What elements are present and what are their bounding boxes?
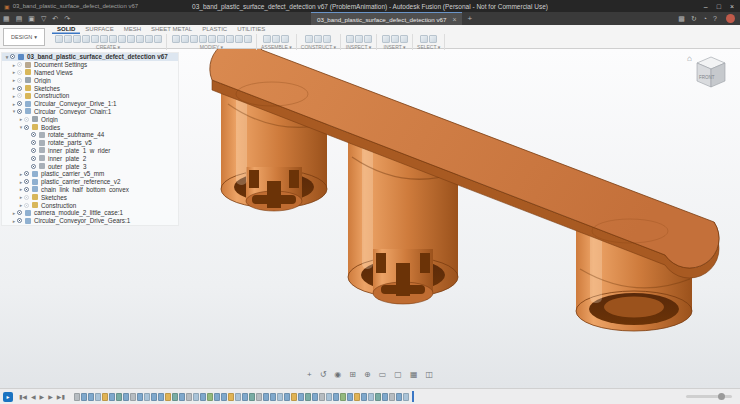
timeline-feature-7[interactable] — [116, 393, 122, 401]
timeline-feature-47[interactable] — [396, 393, 402, 401]
timeline-feature-39[interactable] — [340, 393, 346, 401]
timeline-feature-34[interactable] — [305, 393, 311, 401]
fillet-icon[interactable] — [181, 35, 189, 43]
chamfer-icon[interactable] — [190, 35, 198, 43]
timeline-feature-46[interactable] — [389, 393, 395, 401]
extensions-icon[interactable]: ▩ — [678, 12, 685, 25]
shell-icon[interactable] — [199, 35, 207, 43]
extrude-icon[interactable] — [73, 35, 81, 43]
joint-icon[interactable] — [272, 35, 280, 43]
create-sketch-icon[interactable] — [64, 35, 72, 43]
timeline-feature-28[interactable] — [263, 393, 269, 401]
timeline-play-icon[interactable]: ▶ — [40, 393, 45, 400]
visibility-eye-icon[interactable] — [31, 148, 36, 153]
visibility-eye-icon[interactable] — [24, 171, 29, 176]
pattern-icon[interactable] — [136, 35, 144, 43]
notifications-icon[interactable]: ◔ — [703, 12, 707, 25]
timeline-step-forward-icon[interactable]: ▶ — [48, 393, 53, 400]
timeline-feature-18[interactable] — [193, 393, 199, 401]
ribbon-group-label[interactable]: MODIFY ▾ — [200, 44, 223, 50]
interference-icon[interactable] — [355, 35, 363, 43]
visibility-eye-icon[interactable] — [24, 179, 29, 184]
visibility-eye-icon[interactable] — [24, 125, 29, 130]
zoom-icon[interactable]: ⊕ — [364, 370, 371, 380]
timeline-feature-8[interactable] — [123, 393, 129, 401]
split-body-icon[interactable] — [244, 35, 252, 43]
visibility-eye-icon[interactable] — [17, 86, 22, 91]
mirror-icon[interactable] — [145, 35, 153, 43]
timeline-feature-5[interactable] — [102, 393, 108, 401]
create-form-icon[interactable] — [154, 35, 162, 43]
timeline-feature-14[interactable] — [165, 393, 171, 401]
browser-item[interactable]: rotate_subframe_44 — [2, 131, 178, 139]
application-menu-icon[interactable]: ▦ — [3, 12, 10, 25]
visibility-eye-icon[interactable] — [24, 195, 29, 200]
point-icon[interactable] — [323, 35, 331, 43]
fit-icon[interactable]: ▭ — [379, 370, 387, 380]
ribbon-tab-utilities[interactable]: UTILITIES — [232, 25, 270, 34]
ribbon-tab-sheet-metal[interactable]: SHEET METAL — [146, 25, 197, 34]
new-tab-button[interactable]: + — [467, 14, 472, 23]
timeline-zoom-slider[interactable] — [686, 395, 732, 398]
new-component-icon[interactable] — [55, 35, 63, 43]
display-settings-icon[interactable]: ▢ — [394, 370, 402, 380]
timeline-feature-2[interactable] — [81, 393, 87, 401]
visibility-eye-icon[interactable] — [17, 101, 22, 106]
user-avatar[interactable] — [726, 14, 735, 23]
timeline-end-icon[interactable]: ▶▮ — [57, 393, 65, 400]
timeline-feature-36[interactable] — [319, 393, 325, 401]
job-status-badge[interactable]: ▸ — [3, 392, 13, 402]
browser-item[interactable]: ▸Sketches — [2, 193, 178, 201]
ribbon-group-label[interactable]: INSPECT ▾ — [346, 44, 371, 50]
undo-icon[interactable]: ↶ — [52, 12, 58, 25]
timeline-feature-21[interactable] — [214, 393, 220, 401]
timeline-feature-1[interactable] — [74, 393, 80, 401]
viewports-icon[interactable]: ◫ — [425, 370, 433, 380]
browser-panel[interactable]: ▾03_band_plastic_surface_defect_detectio… — [1, 52, 179, 226]
visibility-eye-icon[interactable] — [31, 164, 36, 169]
zoom-window-icon[interactable]: ⊞ — [349, 370, 356, 380]
timeline-feature-13[interactable] — [158, 393, 164, 401]
document-tab[interactable]: 03_band_plastic_surface_defect_detection… — [311, 12, 462, 25]
draft-icon[interactable] — [208, 35, 216, 43]
loft-icon[interactable] — [100, 35, 108, 43]
timeline-feature-26[interactable] — [249, 393, 255, 401]
browser-item[interactable]: outer_plate_3 — [2, 162, 178, 170]
browser-item[interactable]: ▸Circular_Conveyor_Drive_1:1 — [2, 100, 178, 108]
section-analysis-icon[interactable] — [364, 35, 372, 43]
orbit-icon[interactable]: ↺ — [320, 370, 327, 380]
maximize-button[interactable]: □ — [717, 3, 721, 10]
visibility-eye-icon[interactable] — [24, 187, 29, 192]
timeline-feature-11[interactable] — [144, 393, 150, 401]
timeline-feature-33[interactable] — [298, 393, 304, 401]
timeline-feature-17[interactable] — [186, 393, 192, 401]
file-menu-icon[interactable]: ▣ — [28, 12, 35, 25]
home-icon[interactable]: ⌂ — [687, 54, 692, 63]
data-panel-icon[interactable]: ▤ — [16, 12, 23, 25]
timeline-feature-45[interactable] — [382, 393, 388, 401]
timeline-feature-32[interactable] — [291, 393, 297, 401]
timeline-feature-20[interactable] — [207, 393, 213, 401]
help-icon[interactable]: ? — [713, 12, 717, 25]
browser-item[interactable]: ▾Circular_Conveyor_Chain:1 — [2, 108, 178, 116]
timeline-feature-16[interactable] — [179, 393, 185, 401]
browser-item[interactable]: inner_plate_1_w_rider — [2, 147, 178, 155]
tab-close-icon[interactable]: × — [452, 16, 456, 23]
timeline-feature-31[interactable] — [284, 393, 290, 401]
visibility-eye-icon[interactable] — [17, 62, 22, 67]
browser-item[interactable]: ▸Named Views — [2, 69, 178, 77]
timeline-feature-23[interactable] — [228, 393, 234, 401]
timeline-feature-3[interactable] — [88, 393, 94, 401]
browser-item[interactable]: ▸Document Settings — [2, 61, 178, 69]
browser-item[interactable]: ▸Construction — [2, 201, 178, 209]
visibility-eye-icon[interactable] — [17, 93, 22, 98]
offset-plane-icon[interactable] — [305, 35, 313, 43]
close-button[interactable]: × — [730, 3, 734, 10]
rigid-group-icon[interactable] — [281, 35, 289, 43]
timeline-feature-9[interactable] — [130, 393, 136, 401]
redo-icon[interactable]: ↷ — [64, 12, 70, 25]
scale-icon[interactable] — [217, 35, 225, 43]
timeline-feature-41[interactable] — [354, 393, 360, 401]
sweep-icon[interactable] — [91, 35, 99, 43]
window-select-icon[interactable] — [429, 35, 437, 43]
